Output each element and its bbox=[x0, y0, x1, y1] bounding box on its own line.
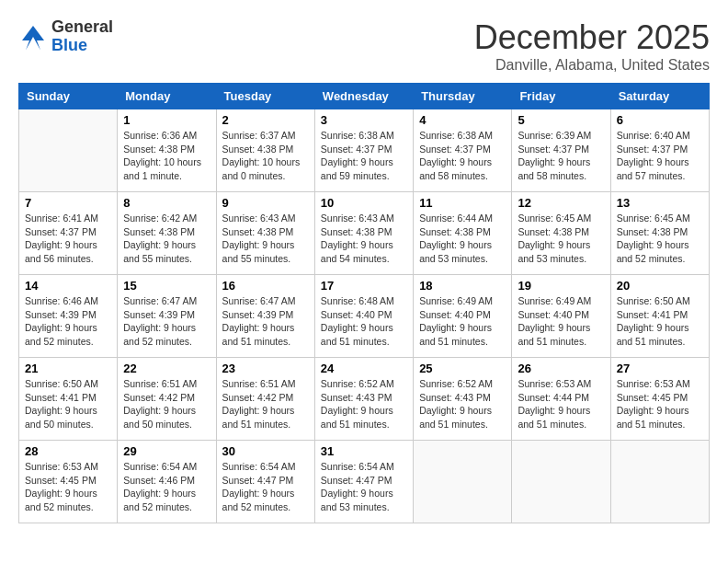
day-number: 5 bbox=[518, 113, 604, 127]
day-number: 2 bbox=[222, 113, 309, 127]
day-number: 17 bbox=[321, 279, 407, 293]
calendar-cell bbox=[512, 441, 610, 523]
day-info: Sunrise: 6:42 AM Sunset: 4:38 PM Dayligh… bbox=[123, 212, 210, 266]
day-number: 11 bbox=[419, 196, 506, 210]
day-number: 15 bbox=[123, 279, 210, 293]
calendar-cell: 25Sunrise: 6:52 AM Sunset: 4:43 PM Dayli… bbox=[414, 358, 512, 441]
day-info: Sunrise: 6:47 AM Sunset: 4:39 PM Dayligh… bbox=[222, 294, 309, 349]
calendar-cell: 8Sunrise: 6:42 AM Sunset: 4:38 PM Daylig… bbox=[118, 192, 216, 275]
calendar-cell: 19Sunrise: 6:49 AM Sunset: 4:40 PM Dayli… bbox=[512, 275, 610, 358]
day-of-week-header: Monday bbox=[118, 84, 216, 109]
day-number: 19 bbox=[518, 279, 604, 293]
day-number: 26 bbox=[518, 362, 604, 375]
calendar-cell: 18Sunrise: 6:49 AM Sunset: 4:40 PM Dayli… bbox=[414, 275, 512, 358]
location-title: Danville, Alabama, United States bbox=[474, 57, 710, 74]
calendar-week-row: 1Sunrise: 6:36 AM Sunset: 4:38 PM Daylig… bbox=[19, 109, 710, 192]
day-info: Sunrise: 6:47 AM Sunset: 4:39 PM Dayligh… bbox=[123, 294, 210, 349]
day-info: Sunrise: 6:50 AM Sunset: 4:41 PM Dayligh… bbox=[617, 294, 703, 349]
day-of-week-header: Sunday bbox=[19, 84, 118, 109]
day-info: Sunrise: 6:49 AM Sunset: 4:40 PM Dayligh… bbox=[419, 294, 506, 349]
calendar-cell: 9Sunrise: 6:43 AM Sunset: 4:38 PM Daylig… bbox=[216, 192, 314, 275]
day-number: 18 bbox=[419, 279, 506, 293]
day-number: 31 bbox=[321, 444, 407, 458]
calendar-cell: 13Sunrise: 6:45 AM Sunset: 4:38 PM Dayli… bbox=[610, 192, 709, 275]
calendar-cell: 7Sunrise: 6:41 AM Sunset: 4:37 PM Daylig… bbox=[19, 192, 118, 275]
day-info: Sunrise: 6:54 AM Sunset: 4:47 PM Dayligh… bbox=[321, 460, 407, 514]
calendar-cell bbox=[19, 109, 118, 192]
calendar-cell: 22Sunrise: 6:51 AM Sunset: 4:42 PM Dayli… bbox=[118, 358, 216, 441]
day-info: Sunrise: 6:43 AM Sunset: 4:38 PM Dayligh… bbox=[222, 212, 309, 266]
title-section: December 2025 Danville, Alabama, United … bbox=[474, 18, 710, 74]
calendar-week-row: 21Sunrise: 6:50 AM Sunset: 4:41 PM Dayli… bbox=[19, 358, 710, 441]
day-info: Sunrise: 6:53 AM Sunset: 4:45 PM Dayligh… bbox=[617, 377, 703, 431]
calendar-cell: 31Sunrise: 6:54 AM Sunset: 4:47 PM Dayli… bbox=[314, 441, 413, 523]
day-info: Sunrise: 6:53 AM Sunset: 4:45 PM Dayligh… bbox=[25, 460, 111, 514]
day-number: 22 bbox=[123, 362, 210, 375]
day-info: Sunrise: 6:51 AM Sunset: 4:42 PM Dayligh… bbox=[222, 377, 309, 431]
day-info: Sunrise: 6:52 AM Sunset: 4:43 PM Dayligh… bbox=[321, 377, 407, 431]
calendar-cell: 29Sunrise: 6:54 AM Sunset: 4:46 PM Dayli… bbox=[118, 441, 216, 523]
day-number: 3 bbox=[321, 113, 407, 127]
day-of-week-header: Tuesday bbox=[216, 84, 314, 109]
calendar-cell: 11Sunrise: 6:44 AM Sunset: 4:38 PM Dayli… bbox=[414, 192, 512, 275]
day-info: Sunrise: 6:46 AM Sunset: 4:39 PM Dayligh… bbox=[25, 294, 111, 349]
calendar-week-row: 7Sunrise: 6:41 AM Sunset: 4:37 PM Daylig… bbox=[19, 192, 710, 275]
calendar-cell: 26Sunrise: 6:53 AM Sunset: 4:44 PM Dayli… bbox=[512, 358, 610, 441]
day-info: Sunrise: 6:38 AM Sunset: 4:37 PM Dayligh… bbox=[419, 129, 506, 183]
day-info: Sunrise: 6:54 AM Sunset: 4:47 PM Dayligh… bbox=[222, 460, 309, 514]
calendar-cell: 30Sunrise: 6:54 AM Sunset: 4:47 PM Dayli… bbox=[216, 441, 314, 523]
calendar-cell: 14Sunrise: 6:46 AM Sunset: 4:39 PM Dayli… bbox=[19, 275, 118, 358]
day-number: 24 bbox=[321, 362, 407, 375]
day-info: Sunrise: 6:36 AM Sunset: 4:38 PM Dayligh… bbox=[123, 129, 210, 183]
day-number: 1 bbox=[123, 113, 210, 127]
day-number: 14 bbox=[25, 279, 111, 293]
day-of-week-header: Wednesday bbox=[314, 84, 413, 109]
day-number: 8 bbox=[123, 196, 210, 210]
day-number: 29 bbox=[123, 444, 210, 458]
day-number: 6 bbox=[617, 113, 703, 127]
calendar-cell: 21Sunrise: 6:50 AM Sunset: 4:41 PM Dayli… bbox=[19, 358, 118, 441]
calendar-cell: 24Sunrise: 6:52 AM Sunset: 4:43 PM Dayli… bbox=[314, 358, 413, 441]
day-info: Sunrise: 6:52 AM Sunset: 4:43 PM Dayligh… bbox=[419, 377, 506, 431]
calendar-cell: 23Sunrise: 6:51 AM Sunset: 4:42 PM Dayli… bbox=[216, 358, 314, 441]
logo: General Blue bbox=[18, 18, 113, 55]
day-info: Sunrise: 6:49 AM Sunset: 4:40 PM Dayligh… bbox=[518, 294, 604, 349]
day-number: 27 bbox=[617, 362, 703, 375]
calendar-cell: 3Sunrise: 6:38 AM Sunset: 4:37 PM Daylig… bbox=[314, 109, 413, 192]
day-info: Sunrise: 6:39 AM Sunset: 4:37 PM Dayligh… bbox=[518, 129, 604, 183]
calendar-cell: 28Sunrise: 6:53 AM Sunset: 4:45 PM Dayli… bbox=[19, 441, 118, 523]
day-info: Sunrise: 6:37 AM Sunset: 4:38 PM Dayligh… bbox=[222, 129, 309, 183]
calendar-week-row: 14Sunrise: 6:46 AM Sunset: 4:39 PM Dayli… bbox=[19, 275, 710, 358]
calendar-cell: 4Sunrise: 6:38 AM Sunset: 4:37 PM Daylig… bbox=[414, 109, 512, 192]
calendar-cell: 20Sunrise: 6:50 AM Sunset: 4:41 PM Dayli… bbox=[610, 275, 709, 358]
day-info: Sunrise: 6:43 AM Sunset: 4:38 PM Dayligh… bbox=[321, 212, 407, 266]
calendar-cell: 10Sunrise: 6:43 AM Sunset: 4:38 PM Dayli… bbox=[314, 192, 413, 275]
calendar-cell bbox=[610, 441, 709, 523]
day-number: 21 bbox=[25, 362, 111, 375]
day-info: Sunrise: 6:54 AM Sunset: 4:46 PM Dayligh… bbox=[123, 460, 210, 514]
day-number: 20 bbox=[617, 279, 703, 293]
day-info: Sunrise: 6:44 AM Sunset: 4:38 PM Dayligh… bbox=[419, 212, 506, 266]
logo-general-text: General bbox=[51, 18, 113, 37]
calendar-cell: 12Sunrise: 6:45 AM Sunset: 4:38 PM Dayli… bbox=[512, 192, 610, 275]
calendar-cell: 2Sunrise: 6:37 AM Sunset: 4:38 PM Daylig… bbox=[216, 109, 314, 192]
logo-text: General Blue bbox=[51, 18, 113, 55]
calendar-cell bbox=[414, 441, 512, 523]
day-info: Sunrise: 6:51 AM Sunset: 4:42 PM Dayligh… bbox=[123, 377, 210, 431]
day-info: Sunrise: 6:41 AM Sunset: 4:37 PM Dayligh… bbox=[25, 212, 111, 266]
calendar-cell: 17Sunrise: 6:48 AM Sunset: 4:40 PM Dayli… bbox=[314, 275, 413, 358]
calendar-week-row: 28Sunrise: 6:53 AM Sunset: 4:45 PM Dayli… bbox=[19, 441, 710, 523]
day-number: 30 bbox=[222, 444, 309, 458]
logo-blue-text: Blue bbox=[51, 37, 113, 55]
day-number: 7 bbox=[25, 196, 111, 210]
day-info: Sunrise: 6:40 AM Sunset: 4:37 PM Dayligh… bbox=[617, 129, 703, 183]
day-info: Sunrise: 6:38 AM Sunset: 4:37 PM Dayligh… bbox=[321, 129, 407, 183]
day-number: 13 bbox=[617, 196, 703, 210]
day-number: 10 bbox=[321, 196, 407, 210]
calendar-cell: 16Sunrise: 6:47 AM Sunset: 4:39 PM Dayli… bbox=[216, 275, 314, 358]
calendar-cell: 5Sunrise: 6:39 AM Sunset: 4:37 PM Daylig… bbox=[512, 109, 610, 192]
day-info: Sunrise: 6:50 AM Sunset: 4:41 PM Dayligh… bbox=[25, 377, 111, 431]
day-info: Sunrise: 6:45 AM Sunset: 4:38 PM Dayligh… bbox=[617, 212, 703, 266]
day-number: 9 bbox=[222, 196, 309, 210]
header: General Blue December 2025 Danville, Ala… bbox=[18, 18, 710, 74]
